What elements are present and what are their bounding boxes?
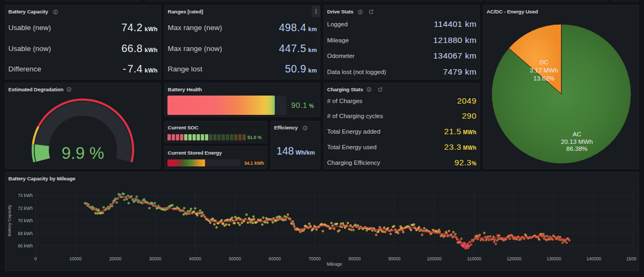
svg-text:30000: 30000 — [149, 257, 162, 261]
svg-text:13.62%: 13.62% — [533, 75, 554, 82]
svg-text:20000: 20000 — [109, 257, 122, 261]
svg-text:100000: 100000 — [427, 257, 442, 261]
svg-text:110000: 110000 — [467, 257, 481, 261]
svg-text:140000: 140000 — [587, 257, 602, 261]
svg-text:150000: 150000 — [626, 257, 636, 261]
svg-text:72 kWh: 72 kWh — [18, 206, 33, 211]
svg-text:68 kWh: 68 kWh — [18, 231, 33, 236]
svg-text:66 kWh: 66 kWh — [18, 244, 33, 249]
svg-text:130000: 130000 — [546, 257, 561, 261]
svg-text:90000: 90000 — [389, 257, 401, 261]
svg-text:40000: 40000 — [189, 257, 201, 261]
svg-text:74 kWh: 74 kWh — [18, 193, 33, 198]
svg-text:3.17 MWh: 3.17 MWh — [530, 67, 558, 74]
svg-text:Mileage: Mileage — [327, 262, 342, 267]
svg-text:Battery Capacity: Battery Capacity — [7, 205, 12, 237]
svg-text:80000: 80000 — [348, 257, 361, 261]
svg-text:86.38%: 86.38% — [566, 145, 587, 152]
svg-text:10000: 10000 — [69, 257, 82, 261]
svg-text:70 kWh: 70 kWh — [18, 218, 33, 223]
svg-text:AC: AC — [573, 130, 581, 137]
svg-text:60000: 60000 — [269, 257, 281, 261]
svg-text:0: 0 — [34, 257, 37, 261]
svg-text:9.9 %: 9.9 % — [62, 144, 104, 163]
svg-text:20.13 MWh: 20.13 MWh — [561, 138, 592, 145]
svg-text:120000: 120000 — [507, 257, 522, 261]
svg-text:DC: DC — [539, 59, 548, 65]
svg-text:70000: 70000 — [309, 257, 321, 261]
svg-text:50000: 50000 — [229, 257, 241, 261]
